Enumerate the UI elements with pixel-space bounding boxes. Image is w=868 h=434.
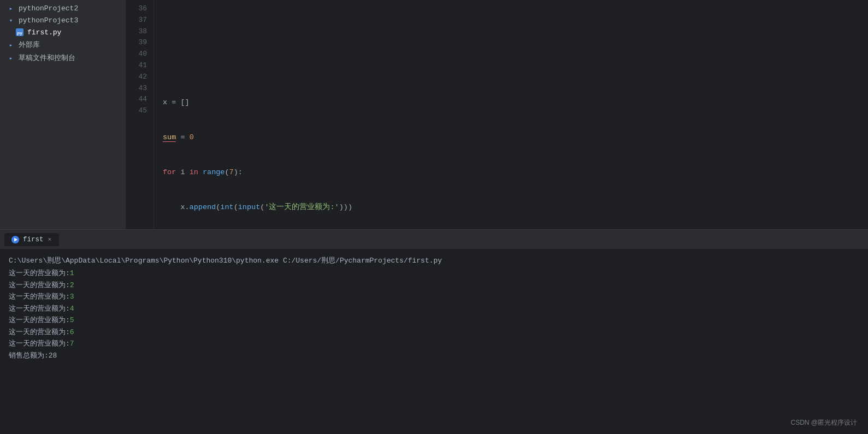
line-num-36: 36 [130,3,147,15]
python-run-icon [11,235,20,244]
terminal-label-7: 这一天的营业额为: [9,338,70,349]
sidebar-item-pythonproject3[interactable]: pythonProject3 [0,14,126,26]
sidebar-label-pythonproject2: pythonProject2 [19,4,78,13]
terminal-value-6: 6 [70,326,74,338]
sidebar-label-scratch: 草稿文件和控制台 [19,53,75,63]
sidebar-item-pythonproject2[interactable]: pythonProject2 [0,2,126,14]
terminal-output-3: 这一天的营业额为:3 [9,291,859,302]
terminal-value-7: 7 [70,338,74,349]
line-num-38: 38 [130,26,147,38]
terminal-value-4: 4 [70,303,74,314]
svg-text:py: py [17,31,22,35]
terminal-label-6: 这一天的营业额为: [9,326,70,338]
sidebar-label-firstpy: first.py [27,28,61,37]
terminal-command: C:\Users\荆思\AppData\Local\Programs\Pytho… [9,255,859,266]
line-num-40: 40 [130,49,147,60]
terminal-label-2: 这一天的营业额为: [9,280,70,291]
terminal-value-2: 2 [70,280,74,291]
line-num-42: 42 [130,72,147,83]
terminal-output-4: 这一天的营业额为:4 [9,303,859,314]
terminal-value-5: 5 [70,314,74,326]
terminal-tab-label: first [23,236,44,243]
code-line-39: sum = 0 [163,132,859,143]
terminal-container: first × C:\Users\荆思\AppData\Local\Progra… [0,229,868,434]
code-line-41: x.append(int(input('这一天的营业额为:'))) [163,201,859,213]
sidebar-item-externallibs[interactable]: 外部库 [0,38,126,51]
folder-open-icon [7,16,15,25]
code-line-40: for i in range(7): [163,167,859,178]
terminal-output-7: 这一天的营业额为:7 [9,338,859,349]
terminal-close-button[interactable]: × [47,236,53,243]
terminal-label-4: 这一天的营业额为: [9,303,70,314]
sidebar-item-scratch[interactable]: 草稿文件和控制台 [0,51,126,64]
line-num-45: 45 [130,105,147,117]
terminal-label-3: 这一天的营业额为: [9,291,70,302]
line-numbers: 36 37 38 39 40 41 42 43 44 45 [126,0,154,229]
line-num-39: 39 [130,37,147,49]
line-num-41: 41 [130,60,147,72]
folder-icon [7,4,15,13]
main-area: pythonProject2 pythonProject3 py first.p… [0,0,868,229]
terminal-output-6: 这一天的营业额为:6 [9,326,859,338]
code-container: 36 37 38 39 40 41 42 43 44 45 x = [] sum… [126,0,868,229]
sidebar-item-firstpy[interactable]: py first.py [0,26,126,38]
terminal-total-value: 28 [49,350,57,361]
terminal-tabs: first × [0,230,868,249]
line-num-44: 44 [130,94,147,105]
sidebar: pythonProject2 pythonProject3 py first.p… [0,0,126,229]
terminal-value-1: 1 [70,267,74,279]
editor-area: 36 37 38 39 40 41 42 43 44 45 x = [] sum… [126,0,868,229]
code-line-36 [163,27,859,38]
terminal-total-label: 销售总额为: [9,350,49,361]
folder-icon-ext [7,40,15,49]
line-num-43: 43 [130,83,147,94]
terminal-value-3: 3 [70,291,74,302]
terminal-output-1: 这一天的营业额为:1 [9,267,859,279]
folder-icon-scratch [7,53,15,62]
terminal-output-2: 这一天的营业额为:2 [9,280,859,291]
py-file-icon: py [15,28,24,37]
code-line-38: x = [] [163,97,859,108]
terminal-total: 销售总额为: 28 [9,350,859,361]
terminal-label-1: 这一天的营业额为: [9,267,70,279]
terminal-output-5: 这一天的营业额为:5 [9,314,859,326]
code-line-37 [163,62,859,73]
sidebar-label-externallibs: 外部库 [19,40,40,50]
watermark: CSDN @匿光程序设计 [790,418,857,427]
code-editor[interactable]: x = [] sum = 0 for i in range(7): x.appe… [154,0,868,229]
terminal-tab-first[interactable]: first × [4,233,59,246]
sidebar-label-pythonproject3: pythonProject3 [19,16,78,25]
terminal-label-5: 这一天的营业额为: [9,314,70,326]
terminal-body[interactable]: C:\Users\荆思\AppData\Local\Programs\Pytho… [0,249,868,434]
line-num-37: 37 [130,15,147,26]
